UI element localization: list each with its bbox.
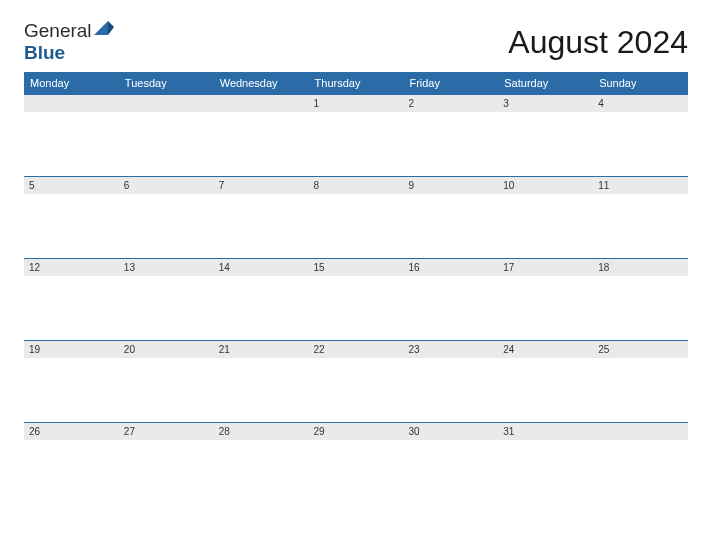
calendar-day-cell: 11 <box>593 176 688 258</box>
day-number: 17 <box>503 262 514 273</box>
calendar-day-cell: 8 <box>309 176 404 258</box>
day-number: 22 <box>314 344 325 355</box>
calendar-grid: Monday Tuesday Wednesday Thursday Friday… <box>24 72 688 504</box>
calendar-day-cell: 17 <box>498 258 593 340</box>
day-number: 18 <box>598 262 609 273</box>
weekday-header: Wednesday <box>214 72 309 94</box>
weekday-header: Friday <box>403 72 498 94</box>
calendar-week-row: 1 2 3 4 <box>24 94 688 176</box>
logo: GeneralBlue <box>24 20 114 64</box>
logo-text-blue: Blue <box>24 42 65 63</box>
calendar-day-cell: 14 <box>214 258 309 340</box>
calendar-day-cell: 3 <box>498 94 593 176</box>
day-number: 29 <box>314 426 325 437</box>
weekday-header: Monday <box>24 72 119 94</box>
calendar-day-cell: 30 <box>403 422 498 504</box>
calendar-day-cell: 25 <box>593 340 688 422</box>
calendar-day-cell: 31 <box>498 422 593 504</box>
day-number: 15 <box>314 262 325 273</box>
day-number: 20 <box>124 344 135 355</box>
day-number: 8 <box>314 180 320 191</box>
calendar-day-cell <box>593 422 688 504</box>
day-number: 26 <box>29 426 40 437</box>
calendar-week-row: 19 20 21 22 23 24 25 <box>24 340 688 422</box>
calendar-day-cell <box>24 94 119 176</box>
weekday-header: Tuesday <box>119 72 214 94</box>
calendar-day-cell: 20 <box>119 340 214 422</box>
calendar-day-cell: 2 <box>403 94 498 176</box>
calendar-day-cell: 1 <box>309 94 404 176</box>
calendar-week-row: 12 13 14 15 16 17 18 <box>24 258 688 340</box>
calendar-day-cell: 27 <box>119 422 214 504</box>
day-number: 19 <box>29 344 40 355</box>
day-number: 24 <box>503 344 514 355</box>
calendar-day-cell: 29 <box>309 422 404 504</box>
day-number: 4 <box>598 98 604 109</box>
calendar-day-cell: 23 <box>403 340 498 422</box>
calendar-week-row: 5 6 7 8 9 10 11 <box>24 176 688 258</box>
day-number: 27 <box>124 426 135 437</box>
day-number: 11 <box>598 180 609 191</box>
day-number: 9 <box>408 180 414 191</box>
day-number: 13 <box>124 262 135 273</box>
weekday-header: Saturday <box>498 72 593 94</box>
weekday-header: Sunday <box>593 72 688 94</box>
calendar-day-cell <box>214 94 309 176</box>
calendar-day-cell: 24 <box>498 340 593 422</box>
day-number: 23 <box>408 344 419 355</box>
weekday-header: Thursday <box>309 72 404 94</box>
calendar-day-cell: 4 <box>593 94 688 176</box>
calendar-day-cell: 10 <box>498 176 593 258</box>
day-number: 16 <box>408 262 419 273</box>
day-number: 10 <box>503 180 514 191</box>
logo-triangle-icon <box>94 20 114 42</box>
day-number: 28 <box>219 426 230 437</box>
weekday-header-row: Monday Tuesday Wednesday Thursday Friday… <box>24 72 688 94</box>
calendar-day-cell: 5 <box>24 176 119 258</box>
calendar-day-cell <box>119 94 214 176</box>
day-number: 5 <box>29 180 35 191</box>
day-number: 6 <box>124 180 130 191</box>
day-number: 21 <box>219 344 230 355</box>
calendar-day-cell: 12 <box>24 258 119 340</box>
calendar-day-cell: 15 <box>309 258 404 340</box>
calendar-day-cell: 9 <box>403 176 498 258</box>
day-number: 2 <box>408 98 414 109</box>
day-number: 31 <box>503 426 514 437</box>
logo-text: GeneralBlue <box>24 20 114 64</box>
calendar-day-cell: 16 <box>403 258 498 340</box>
calendar-day-cell: 22 <box>309 340 404 422</box>
day-number: 7 <box>219 180 225 191</box>
calendar-day-cell: 19 <box>24 340 119 422</box>
day-number: 30 <box>408 426 419 437</box>
calendar-day-cell: 7 <box>214 176 309 258</box>
day-number: 14 <box>219 262 230 273</box>
day-number: 25 <box>598 344 609 355</box>
calendar-day-cell: 13 <box>119 258 214 340</box>
day-number: 3 <box>503 98 509 109</box>
day-number: 12 <box>29 262 40 273</box>
calendar-day-cell: 6 <box>119 176 214 258</box>
calendar-day-cell: 28 <box>214 422 309 504</box>
calendar-week-row: 26 27 28 29 30 31 <box>24 422 688 504</box>
calendar-header: GeneralBlue August 2024 <box>24 20 688 64</box>
calendar-title: August 2024 <box>508 24 688 61</box>
calendar-day-cell: 26 <box>24 422 119 504</box>
logo-text-general: General <box>24 20 92 41</box>
calendar-day-cell: 21 <box>214 340 309 422</box>
day-number: 1 <box>314 98 320 109</box>
calendar-day-cell: 18 <box>593 258 688 340</box>
